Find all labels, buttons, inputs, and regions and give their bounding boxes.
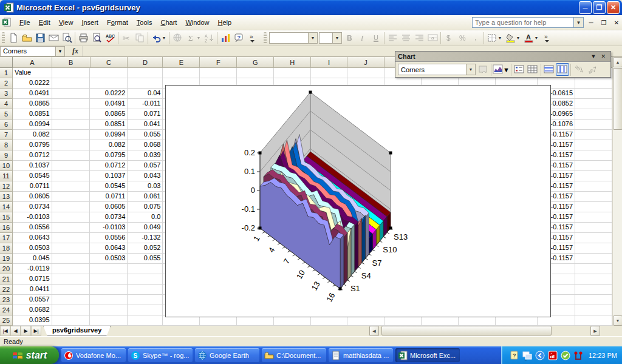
sheet-tab[interactable]: psv6gridsurvey — [43, 326, 111, 336]
font-combo-arrow-icon[interactable]: ▼ — [308, 33, 317, 43]
cell-E1[interactable] — [163, 68, 200, 78]
cell-B25[interactable] — [52, 315, 91, 326]
tray-vodafone-signal[interactable] — [548, 351, 558, 360]
row-header-23[interactable]: 23 — [0, 295, 13, 305]
workbook-minimize-button[interactable]: ─ — [586, 17, 596, 28]
cell-D14[interactable]: 0.075 — [128, 202, 163, 212]
cell-B12[interactable] — [52, 181, 91, 192]
cell-B24[interactable] — [52, 305, 91, 315]
cell-J1[interactable] — [347, 68, 384, 78]
cell-D19[interactable]: 0.055 — [128, 254, 163, 264]
cell-A7[interactable]: 0.082 — [13, 130, 52, 140]
cell-D5[interactable]: 0.071 — [128, 109, 163, 120]
column-header-G[interactable]: G — [237, 57, 274, 68]
column-header-A[interactable]: A — [13, 57, 52, 68]
cell-D11[interactable]: 0.043 — [128, 171, 163, 181]
column-header-C[interactable]: C — [91, 57, 128, 68]
email-button[interactable] — [47, 32, 60, 45]
cell-A4[interactable]: 0.0865 — [13, 99, 52, 109]
cell-P4[interactable] — [575, 99, 612, 109]
cell-D3[interactable]: 0.04 — [128, 89, 163, 99]
row-header-20[interactable]: 20 — [0, 264, 13, 274]
cell-A12[interactable]: 0.0711 — [13, 181, 52, 192]
cell-C20[interactable] — [90, 264, 128, 274]
menu-edit[interactable]: Edit — [35, 16, 55, 29]
cell-A21[interactable]: 0.0715 — [13, 274, 52, 285]
row-header-11[interactable]: 11 — [0, 171, 13, 181]
chart-objects-combo[interactable]: Corners ▼ — [398, 64, 476, 75]
cell-C19[interactable]: 0.0503 — [90, 254, 128, 264]
cell-B23[interactable] — [52, 295, 91, 305]
row-header-1[interactable]: 1 — [0, 68, 13, 78]
cell-B22[interactable] — [52, 285, 91, 295]
language-bar-icon[interactable] — [522, 351, 532, 360]
tray-hide-icons-chevron[interactable] — [535, 351, 545, 360]
close-button[interactable]: ✕ — [607, 1, 620, 14]
row-header-21[interactable]: 21 — [0, 274, 13, 285]
task-vodafone[interactable]: Vodafone Mo... — [61, 348, 126, 362]
row-header-24[interactable]: 24 — [0, 305, 13, 315]
workbook-restore-button[interactable]: ❐ — [598, 17, 609, 28]
next-sheet-button[interactable]: ▶ — [21, 326, 31, 336]
cell-P21[interactable] — [575, 274, 612, 285]
tray-mobile-connect-antenna[interactable] — [573, 351, 583, 360]
clock[interactable]: 12:23 PM — [589, 352, 617, 359]
row-header-6[interactable]: 6 — [0, 120, 13, 130]
row-header-18[interactable]: 18 — [0, 243, 13, 254]
menu-view[interactable]: View — [55, 16, 78, 29]
cell-A6[interactable]: 0.0994 — [13, 120, 52, 130]
search-button[interactable] — [60, 32, 73, 45]
cell-C10[interactable]: 0.0712 — [90, 161, 128, 171]
tray-help-tray[interactable]: ? — [510, 351, 519, 360]
row-header-3[interactable]: 3 — [0, 89, 13, 99]
cell-C23[interactable] — [90, 295, 128, 305]
spelling-button[interactable]: ABC — [103, 32, 117, 45]
restore-button[interactable]: ❐ — [593, 1, 606, 14]
menu-file[interactable]: File — [15, 16, 35, 29]
cell-B6[interactable] — [52, 120, 91, 130]
save-button[interactable] — [33, 32, 47, 45]
cell-D24[interactable] — [128, 305, 163, 315]
task-folder[interactable]: C:\Document... — [262, 348, 326, 362]
scroll-up-icon[interactable]: ▲ — [613, 57, 622, 67]
cell-D22[interactable] — [128, 285, 163, 295]
cell-P25[interactable] — [575, 315, 612, 326]
cell-C11[interactable]: 0.1037 — [90, 171, 128, 181]
cell-C12[interactable]: 0.0545 — [90, 181, 128, 192]
cell-A23[interactable]: 0.0557 — [13, 295, 52, 305]
row-header-16[interactable]: 16 — [0, 223, 13, 233]
cell-A18[interactable]: 0.0503 — [13, 243, 52, 254]
skype-status-icon[interactable] — [561, 351, 570, 360]
workbook-close-button[interactable]: ✕ — [611, 17, 622, 28]
horizontal-scrollbar[interactable]: ◀ ▶ — [364, 326, 611, 336]
cell-C5[interactable]: 0.0865 — [90, 109, 128, 120]
corner-handle[interactable] — [259, 152, 262, 155]
cell-P9[interactable] — [575, 150, 612, 161]
task-excel[interactable]: Microsoft Exc... — [395, 348, 460, 362]
chart-toolbar-close-icon[interactable]: ✕ — [598, 53, 608, 59]
cell-D1[interactable] — [128, 68, 163, 78]
undo-button[interactable]: ▼ — [149, 32, 168, 45]
cell-C7[interactable]: 0.0994 — [90, 130, 128, 140]
cell-D12[interactable]: 0.03 — [128, 181, 163, 192]
cell-D2[interactable] — [128, 78, 163, 89]
cell-D16[interactable]: 0.049 — [128, 223, 163, 233]
help-button[interactable]: ? — [232, 32, 245, 45]
horizontal-scroll-thumb[interactable] — [381, 326, 552, 335]
corner-handle[interactable] — [309, 91, 312, 94]
cell-A19[interactable]: 0.045 — [13, 254, 52, 264]
row-header-4[interactable]: 4 — [0, 99, 13, 109]
help-combo-arrow-icon[interactable]: ▼ — [574, 17, 584, 28]
cell-D8[interactable]: 0.068 — [128, 140, 163, 150]
cell-P18[interactable] — [575, 243, 612, 254]
cell-B18[interactable] — [52, 243, 91, 254]
row-header-14[interactable]: 14 — [0, 202, 13, 212]
insert-function-button[interactable]: fx — [69, 46, 82, 56]
cell-A24[interactable]: 0.0682 — [13, 305, 52, 315]
cell-C1[interactable] — [90, 68, 128, 78]
cell-B3[interactable] — [52, 89, 91, 99]
task-notepad[interactable]: matthiasdata ... — [329, 348, 393, 362]
print-preview-button[interactable] — [90, 32, 103, 45]
standard-toolbar-grip[interactable] — [2, 32, 5, 44]
row-header-15[interactable]: 15 — [0, 212, 13, 223]
